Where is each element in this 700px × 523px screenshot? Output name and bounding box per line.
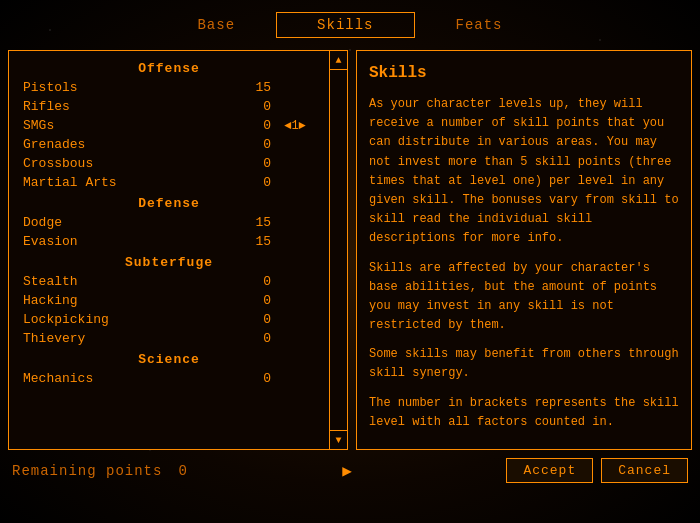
skill-martial-arts[interactable]: Martial Arts 0 [15, 173, 323, 192]
skill-dodge[interactable]: Dodge 15 [15, 213, 323, 232]
tab-skills[interactable]: Skills [276, 12, 414, 38]
skill-lockpicking[interactable]: Lockpicking 0 [15, 310, 323, 329]
description-panel: Skills As your character levels up, they… [356, 50, 692, 450]
skills-panel: Offense Pistols 15 Rifles 0 SMGs 0 ◄1► [8, 50, 348, 450]
category-subterfuge: Subterfuge [15, 251, 323, 272]
accept-button[interactable]: Accept [506, 458, 593, 483]
skills-scroll-area: Offense Pistols 15 Rifles 0 SMGs 0 ◄1► [9, 51, 347, 449]
category-science: Science [15, 348, 323, 369]
scroll-up-button[interactable]: ▲ [330, 51, 348, 69]
cursor-icon: ▶ [342, 461, 352, 481]
scroll-down-button[interactable]: ▼ [330, 431, 348, 449]
main-container: Base Skills Feats Offense Pistols 15 Rif… [0, 0, 700, 523]
cancel-button[interactable]: Cancel [601, 458, 688, 483]
tab-bar: Base Skills Feats [8, 8, 692, 42]
remaining-value: 0 [178, 463, 187, 479]
desc-paragraph-2: Skills are affected by your character's … [369, 259, 679, 336]
skill-mechanics[interactable]: Mechanics 0 [15, 369, 323, 388]
remaining-points-section: Remaining points 0 [12, 463, 188, 479]
action-buttons: Accept Cancel [506, 458, 688, 483]
desc-paragraph-1: As your character levels up, they will r… [369, 95, 679, 249]
remaining-label: Remaining points [12, 463, 162, 479]
content-area: Offense Pistols 15 Rifles 0 SMGs 0 ◄1► [8, 50, 692, 450]
scroll-track [330, 69, 347, 431]
skill-rifles[interactable]: Rifles 0 [15, 97, 323, 116]
tab-base[interactable]: Base [156, 12, 276, 38]
desc-paragraph-3: Some skills may benefit from others thro… [369, 345, 679, 383]
bottom-bar: Remaining points 0 ▶ Accept Cancel [8, 458, 692, 483]
skill-grenades[interactable]: Grenades 0 [15, 135, 323, 154]
skill-thievery[interactable]: Thievery 0 [15, 329, 323, 348]
skill-evasion[interactable]: Evasion 15 [15, 232, 323, 251]
skill-smgs[interactable]: SMGs 0 ◄1► [15, 116, 323, 135]
skill-crossbous[interactable]: Crossbous 0 [15, 154, 323, 173]
tab-feats[interactable]: Feats [415, 12, 544, 38]
skill-stealth[interactable]: Stealth 0 [15, 272, 323, 291]
category-offense: Offense [15, 57, 323, 78]
category-defense: Defense [15, 192, 323, 213]
skill-pistols[interactable]: Pistols 15 [15, 78, 323, 97]
desc-title: Skills [369, 61, 679, 85]
scrollbar: ▲ ▼ [329, 51, 347, 449]
skill-hacking[interactable]: Hacking 0 [15, 291, 323, 310]
desc-paragraph-4: The number in brackets represents the sk… [369, 394, 679, 432]
